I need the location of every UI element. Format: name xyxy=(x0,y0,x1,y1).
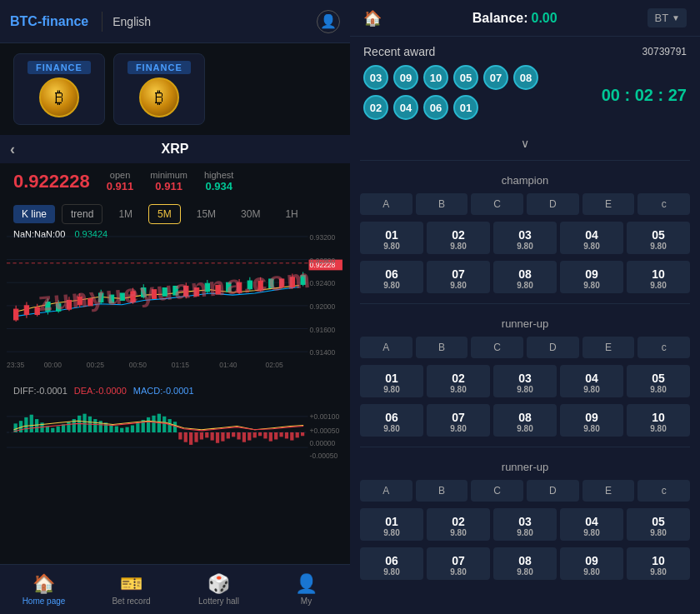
balance-amount: 0.00 xyxy=(532,11,558,26)
bet-cell-odds: 9.80 xyxy=(495,385,555,394)
bet-header-cell: A xyxy=(360,193,412,215)
timer-display: 00 : 02 : 27 xyxy=(602,86,687,105)
top-bar: BTC-finance English 👤 xyxy=(0,0,350,43)
svg-rect-89 xyxy=(115,427,118,432)
bet-cell[interactable]: 079.80 xyxy=(427,261,490,293)
bet-cell-num: 03 xyxy=(495,372,555,385)
bet-cell[interactable]: 019.80 xyxy=(360,508,423,541)
bet-cell[interactable]: 059.80 xyxy=(627,222,690,254)
lang-divider xyxy=(102,12,102,32)
bet-cell[interactable]: 049.80 xyxy=(560,222,623,254)
svg-rect-90 xyxy=(120,428,123,432)
user-icon-button[interactable]: 👤 xyxy=(317,10,340,33)
candlestick-chart: 0.92228 0.93200 0.92800 0.92400 0.92000 … xyxy=(0,232,350,382)
bet-cell[interactable]: 109.80 xyxy=(627,404,690,437)
30m-button[interactable]: 30M xyxy=(232,204,269,224)
award-ball: 07 xyxy=(483,65,508,90)
bet-cell[interactable]: 039.80 xyxy=(493,508,557,541)
diff-label: DIFF:-0.0001 xyxy=(13,386,68,396)
svg-rect-98 xyxy=(162,417,166,432)
bet-cell[interactable]: 039.80 xyxy=(493,222,557,254)
bet-cell[interactable]: 099.80 xyxy=(560,547,623,580)
bet-cell-num: 04 xyxy=(562,372,622,385)
bet-cell[interactable]: 019.80 xyxy=(360,222,423,254)
bet-cell[interactable]: 079.80 xyxy=(427,404,490,437)
bet-cell-num: 07 xyxy=(428,411,488,424)
bet-cell[interactable]: 039.80 xyxy=(493,365,557,397)
15m-button[interactable]: 15M xyxy=(188,204,225,224)
bet-cell-num: 02 xyxy=(428,372,488,385)
svg-rect-103 xyxy=(189,432,192,445)
bet-cell[interactable]: 099.80 xyxy=(560,404,623,437)
svg-text:0.92000: 0.92000 xyxy=(310,302,336,311)
bet-cell-num: 09 xyxy=(562,411,622,424)
currency-selector[interactable]: BT ▼ xyxy=(648,8,687,27)
bet-cell-odds: 9.80 xyxy=(628,424,688,433)
bet-cell[interactable]: 059.80 xyxy=(627,365,690,397)
bottom-nav: 🏠 Home page 🎫 Bet record 🎲 Lottery hall … xyxy=(0,564,350,614)
right-home-button[interactable]: 🏠 xyxy=(363,9,382,27)
bet-cell-num: 08 xyxy=(495,411,555,424)
5m-button[interactable]: 5M xyxy=(148,204,181,224)
bet-sections: championABCDEc019.80029.80039.80049.8005… xyxy=(350,153,700,583)
bet-cell[interactable]: 069.80 xyxy=(360,261,423,293)
bet-header-cell: D xyxy=(527,480,579,502)
bet-cell[interactable]: 049.80 xyxy=(560,508,623,541)
right-panel: 🏠 Balance: 0.00 BT ▼ Recent award 307397… xyxy=(350,0,700,614)
bet-cell[interactable]: 089.80 xyxy=(493,404,557,437)
nav-bet-record[interactable]: 🎫 Bet record xyxy=(88,565,175,614)
dea-label: DEA:-0.0000 xyxy=(74,386,127,396)
bet-cell-num: 05 xyxy=(628,228,688,242)
svg-rect-20 xyxy=(152,290,156,299)
bet-cell[interactable]: 069.80 xyxy=(360,547,423,580)
bet-header-cell: B xyxy=(416,193,468,215)
language-label[interactable]: English xyxy=(112,15,317,28)
nav-my[interactable]: 👤 My xyxy=(262,565,350,614)
bet-cell-odds: 9.80 xyxy=(428,567,488,577)
svg-rect-107 xyxy=(211,432,214,441)
bet-cell[interactable]: 069.80 xyxy=(360,404,423,437)
bet-cell-odds: 9.80 xyxy=(495,424,555,433)
trend-button[interactable]: trend xyxy=(62,204,102,224)
bet-cell[interactable]: 079.80 xyxy=(427,547,490,580)
bet-cell[interactable]: 089.80 xyxy=(493,261,557,293)
nav-lottery[interactable]: 🎲 Lottery hall xyxy=(175,565,262,614)
app-title: BTC-finance xyxy=(10,14,88,29)
1h-button[interactable]: 1H xyxy=(276,204,307,224)
finance-card-1[interactable]: FINANCE ₿ xyxy=(13,53,105,125)
svg-rect-104 xyxy=(194,432,198,442)
finance-card-2[interactable]: FINANCE ₿ xyxy=(113,53,205,125)
bet-cell[interactable]: 049.80 xyxy=(560,365,623,397)
bet-cell-odds: 9.80 xyxy=(428,385,488,394)
bet-header-cell: D xyxy=(527,337,579,358)
award-ball: 05 xyxy=(453,65,478,90)
section-divider xyxy=(360,303,690,304)
svg-rect-74 xyxy=(35,419,38,432)
bet-cell-num: 01 xyxy=(362,372,422,385)
svg-rect-122 xyxy=(290,432,293,441)
back-arrow-button[interactable]: ‹ xyxy=(10,141,15,158)
bet-cell-num: 02 xyxy=(428,228,488,242)
bet-cell-odds: 9.80 xyxy=(628,567,688,577)
bet-cell[interactable]: 019.80 xyxy=(360,365,423,397)
kline-button[interactable]: K line xyxy=(13,205,55,223)
nav-home[interactable]: 🏠 Home page xyxy=(0,565,88,614)
svg-text:00:50: 00:50 xyxy=(129,361,148,369)
bet-header-cell: C xyxy=(471,337,523,358)
bet-cell[interactable]: 109.80 xyxy=(627,547,690,580)
bet-cell[interactable]: 029.80 xyxy=(427,508,490,541)
bet-cell[interactable]: 059.80 xyxy=(627,508,690,541)
bet-cell[interactable]: 099.80 xyxy=(560,261,623,293)
bet-cell[interactable]: 089.80 xyxy=(493,547,557,580)
bet-header-cell: D xyxy=(527,193,579,215)
expand-arrow[interactable]: ∨ xyxy=(350,133,700,153)
bet-cell[interactable]: 029.80 xyxy=(427,365,490,397)
currency-label: BT xyxy=(654,12,668,24)
1m-button[interactable]: 1M xyxy=(109,204,142,224)
home-nav-label: Home page xyxy=(22,597,66,606)
bet-cell[interactable]: 109.80 xyxy=(627,261,690,293)
my-nav-label: My xyxy=(301,597,312,606)
bet-cell-num: 03 xyxy=(495,515,555,528)
bet-cell[interactable]: 029.80 xyxy=(427,222,490,254)
svg-rect-85 xyxy=(93,419,97,432)
